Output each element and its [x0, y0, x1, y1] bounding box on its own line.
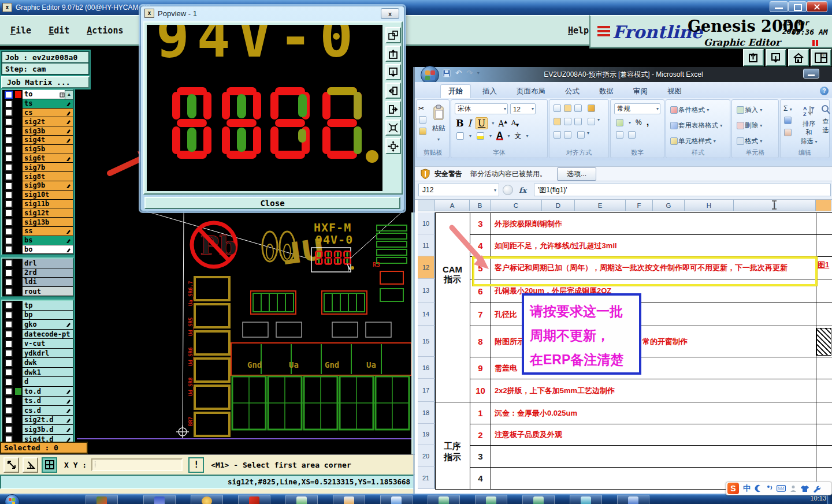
table-row[interactable]: 3 外形按极限削铜制作 — [435, 213, 832, 235]
layer-row[interactable]: bp — [2, 311, 73, 320]
layer-row[interactable]: sig13b — [2, 218, 73, 227]
layer-label[interactable]: sig12t — [23, 208, 73, 218]
taskbar-app-icon[interactable] — [380, 495, 413, 504]
cell-a[interactable] — [435, 303, 470, 326]
sort-filter-button[interactable]: AZ 排序和筛选 ▾ — [800, 104, 818, 145]
grow-font-icon[interactable]: A▲ — [498, 119, 507, 128]
copy-up-icon[interactable] — [385, 46, 401, 62]
fill-icon[interactable] — [784, 117, 792, 124]
layer-row[interactable]: datecode-pt — [2, 330, 73, 339]
layer-row[interactable]: sig4t — [2, 136, 73, 145]
start-button[interactable] — [5, 494, 20, 504]
shrink-font-icon[interactable]: A▼ — [511, 119, 519, 128]
row-header[interactable]: 21 — [418, 467, 435, 489]
layer-row[interactable]: drl — [2, 259, 73, 268]
layer-checkbox[interactable] — [5, 227, 13, 236]
column-header[interactable]: G — [653, 200, 685, 211]
close-button[interactable] — [807, 1, 827, 12]
layer-row[interactable]: ss — [2, 227, 73, 236]
cell-c[interactable]: 外形按极限削铜制作 — [491, 213, 816, 235]
layer-label[interactable]: sig6t — [23, 154, 73, 163]
copy-icon[interactable] — [419, 116, 426, 124]
layer-label[interactable]: sig13b — [23, 218, 73, 227]
fig1-link[interactable]: 图1 — [818, 260, 829, 270]
layer-label[interactable]: gko — [23, 320, 73, 330]
column-header[interactable]: B — [470, 200, 491, 211]
layer-row[interactable]: bo — [2, 245, 73, 255]
layer-checkbox[interactable] — [5, 173, 13, 181]
layer-label[interactable]: tp — [23, 301, 73, 311]
excel-minimize-button[interactable] — [803, 69, 819, 79]
layer-checkbox[interactable] — [5, 378, 13, 386]
layer-checkbox[interactable] — [5, 330, 13, 338]
column-header[interactable]: F — [626, 200, 653, 211]
layer-label[interactable]: sig2t.d — [23, 416, 73, 425]
menu-item-help[interactable]: Help — [568, 25, 589, 36]
clipboard-up-icon[interactable] — [743, 49, 764, 66]
layer-label[interactable]: ss — [23, 227, 73, 236]
italic-button[interactable]: I — [468, 118, 471, 129]
options-button[interactable]: 选项... — [557, 167, 596, 181]
sheet-area[interactable]: ABCDEFGHI 101112131415161718192021 3 外形按… — [415, 200, 832, 494]
layer-label[interactable]: sig8t — [23, 172, 73, 181]
layer-checkbox[interactable] — [5, 406, 13, 415]
column-header[interactable]: C — [491, 200, 542, 211]
row-header[interactable]: 14 — [418, 303, 435, 326]
percent-icon[interactable]: % — [636, 118, 642, 126]
pan-move-icon[interactable] — [385, 138, 401, 154]
punctuation-icon[interactable] — [767, 484, 772, 492]
cell-b[interactable]: 9 — [470, 357, 491, 379]
layer-checkbox[interactable] — [5, 311, 13, 319]
namebox-dropdown-icon[interactable]: ▾ — [494, 188, 496, 193]
zoom-fit-icon[interactable] — [385, 120, 401, 136]
screen-down-icon[interactable] — [766, 49, 786, 66]
autosum-icon[interactable]: Σ ▾ — [783, 104, 792, 113]
column-header[interactable]: A — [435, 200, 470, 211]
layer-checkbox[interactable] — [5, 320, 13, 328]
layer-checkbox[interactable] — [5, 91, 13, 99]
layer-row[interactable]: sig6t — [2, 154, 73, 163]
copy-down-icon[interactable] — [385, 64, 401, 80]
layer-label[interactable]: sig3b.d — [23, 425, 73, 435]
angle-measure-icon[interactable] — [23, 457, 38, 473]
cell-styles-button[interactable]: 单元格样式 ▾ — [669, 136, 716, 146]
menu-item[interactable]: Edit — [49, 25, 69, 36]
layer-checkbox[interactable] — [5, 349, 13, 357]
cell-j[interactable] — [816, 235, 832, 257]
layer-checkbox[interactable] — [5, 163, 13, 171]
column-header[interactable]: D — [542, 200, 575, 211]
accounting-format-icon[interactable] — [616, 119, 623, 126]
layer-label[interactable]: dwk1 — [23, 368, 73, 378]
layer-label[interactable]: cs.d — [23, 406, 73, 416]
layer-checkbox[interactable] — [5, 340, 13, 348]
layer-checkbox[interactable] — [5, 200, 13, 208]
job-matrix-button[interactable]: Job Matrix ... — [1, 76, 90, 88]
cell-b[interactable]: 3 — [470, 446, 491, 468]
skin-shirt-icon[interactable] — [801, 485, 809, 492]
layer-label[interactable]: d — [23, 377, 73, 387]
border-icon[interactable] — [456, 132, 464, 140]
layer-checkbox[interactable] — [5, 209, 13, 217]
resize-icon[interactable] — [3, 457, 19, 473]
row-header[interactable]: 11 — [418, 234, 435, 256]
number-format-combo[interactable]: 常规▾ — [614, 103, 660, 114]
layer-checkbox[interactable] — [5, 118, 13, 126]
row-header[interactable]: 19 — [418, 424, 435, 445]
layer-row[interactable]: tp — [2, 301, 73, 311]
help-icon[interactable]: ? — [820, 87, 829, 95]
delete-cells-button[interactable]: 删除 ▾ — [736, 121, 763, 130]
genesis-titlebar[interactable]: x Graphic Editor 9.07b2 (00@HY-HYCAM-PC — [0, 0, 832, 15]
layer-row[interactable]: sig8t — [2, 172, 73, 181]
font-size-combo[interactable]: 12▾ — [510, 103, 536, 114]
layer-checkbox[interactable] — [5, 259, 13, 267]
cell-a[interactable] — [435, 468, 470, 490]
layer-row[interactable]: v-cut — [2, 339, 73, 349]
column-header[interactable]: H — [685, 200, 734, 211]
row-header[interactable]: 13 — [418, 279, 435, 303]
popout-view-icon[interactable] — [385, 27, 401, 43]
layer-row[interactable]: sig9b — [2, 181, 73, 191]
cell-c[interactable]: 2x2拼版，上下各加5mm工艺边制作 — [491, 379, 816, 402]
formula-input[interactable]: '图1(fig1)' — [534, 184, 831, 196]
taskbar-clock[interactable]: 10:13 — [810, 495, 826, 502]
column-header[interactable] — [816, 200, 831, 211]
